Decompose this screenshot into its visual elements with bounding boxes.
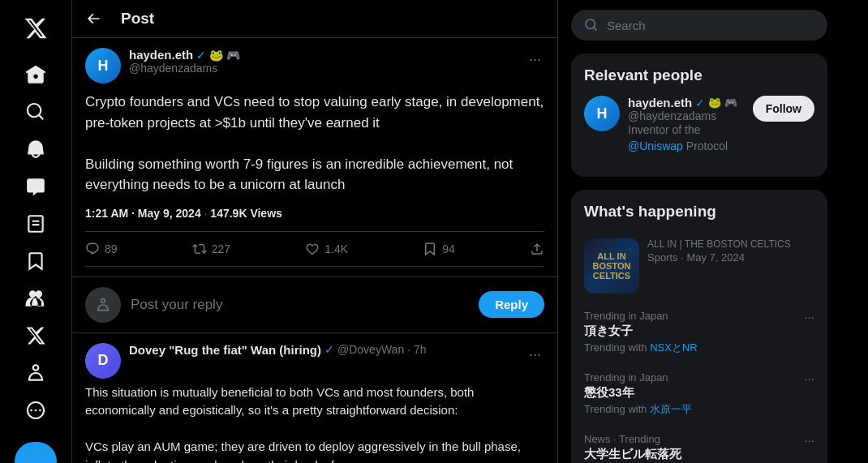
trending-menu-1[interactable]: ···	[804, 310, 814, 324]
tweet-views: 147.9K Views	[210, 207, 281, 220]
lists-icon	[25, 213, 46, 234]
whats-happening-title: What's happening	[584, 203, 814, 221]
relevant-person-avatar[interactable]: H	[584, 96, 620, 131]
reply-box: Reply	[72, 277, 557, 333]
tweet-meta: 1:21 AM · May 9, 2024 · 147.9K Views	[85, 207, 544, 220]
retweet-count: 227	[212, 242, 230, 255]
author-emoji: 🐸 🎮	[209, 49, 240, 62]
author-avatar[interactable]: H	[85, 48, 121, 84]
trending-info-3: News · Trending 大学生ビル転落死 Trending with 大…	[584, 433, 804, 463]
tweet-options-menu[interactable]: ···	[526, 48, 544, 71]
sidebar-item-more[interactable]: More	[0, 392, 71, 429]
reply-avatar-1[interactable]: D	[85, 343, 121, 379]
author-handle: @haydenzadams	[129, 62, 518, 75]
trending-top-1: Trending in Japan	[584, 310, 804, 322]
trending-info-2: Trending in Japan 懲役33年 Trending with 水原…	[584, 371, 804, 417]
tweet-timestamp: 1:21 AM · May 9, 2024	[85, 207, 201, 220]
share-action[interactable]	[530, 242, 544, 256]
post-button[interactable]: +	[15, 442, 57, 463]
notifications-icon	[25, 139, 46, 160]
sidebar-item-bookmarks[interactable]: Bookmarks	[0, 242, 71, 280]
trending-featured-info: ALL IN | THE BOSTON CELTICS Sports · May…	[647, 238, 814, 264]
reply-action[interactable]: 89	[85, 242, 118, 256]
verified-badge: ✓	[196, 49, 206, 62]
sidebar-item-explore[interactable]: Explore	[0, 93, 71, 131]
relevant-person-emoji: 🐸 🎮	[708, 96, 737, 109]
reply-input[interactable]	[131, 297, 469, 313]
reply-submit-button[interactable]: Reply	[479, 291, 544, 318]
trending-featured-image: ALL INBOSTONCELTICS	[584, 238, 639, 294]
tweet-actions: 89 227 1.4K 94	[85, 231, 544, 267]
retweet-action[interactable]: 227	[192, 242, 230, 256]
post-page-title: Post	[121, 10, 154, 28]
profile-icon	[25, 362, 46, 384]
bookmark-count: 94	[442, 242, 455, 255]
search-bar[interactable]	[571, 10, 827, 41]
relevant-people-section: Relevant people H hayden.eth ✓ 🐸 🎮 @hayd…	[571, 54, 827, 177]
sidebar-item-notifications[interactable]: Notifications	[0, 131, 71, 168]
sidebar-item-lists[interactable]: Lists	[0, 205, 71, 242]
communities-icon	[25, 288, 46, 309]
search-input[interactable]	[607, 19, 814, 32]
relevant-person-verified: ✓	[695, 96, 705, 109]
trending-title-3: 大学生ビル転落死	[584, 447, 804, 462]
trending-item-1[interactable]: Trending in Japan 頂き女子 Trending with NSX…	[584, 302, 814, 363]
trending-featured[interactable]: ALL INBOSTONCELTICS ALL IN | THE BOSTON …	[584, 230, 814, 302]
main-header: Post	[72, 0, 557, 38]
trending-sub-1: Trending with NSXとNR	[584, 341, 804, 355]
sidebar-item-home[interactable]: Home	[0, 56, 71, 93]
main-content: Post H hayden.eth ✓ 🐸 🎮 @haydenzadams ··…	[71, 0, 558, 463]
search-icon	[584, 18, 599, 32]
relevant-person-handle: @haydenzadams	[628, 109, 745, 122]
relevant-person-bio: Inventor of the @Uniswap Protocol	[628, 122, 745, 154]
allin-bg: ALL INBOSTONCELTICS	[584, 238, 639, 294]
sidebar-item-messages[interactable]: Messages	[0, 168, 71, 205]
back-button[interactable]	[85, 11, 101, 27]
trending-menu-2[interactable]: ···	[804, 371, 814, 385]
messages-icon	[25, 176, 46, 197]
like-count: 1.4K	[324, 242, 348, 255]
reply-body-1: This situation is mutually beneficial to…	[85, 384, 544, 464]
reply-author-name-1: Dovey "Rug the fiat" Wan (hiring)	[129, 343, 321, 357]
relevant-person: H hayden.eth ✓ 🐸 🎮 @haydenzadams Invento…	[584, 96, 814, 154]
reply-verified-1: ✓	[324, 343, 334, 356]
author-info: hayden.eth ✓ 🐸 🎮 @haydenzadams	[129, 48, 518, 75]
whats-happening-section: What's happening ALL INBOSTONCELTICS ALL…	[571, 190, 827, 463]
x-logo[interactable]	[14, 6, 58, 53]
bookmark-action[interactable]: 94	[423, 242, 455, 256]
sidebar-item-premium[interactable]: Premium	[0, 317, 71, 354]
trending-title-2: 懲役33年	[584, 385, 804, 401]
uniswap-link[interactable]: @Uniswap	[628, 139, 683, 152]
follow-button[interactable]: Follow	[753, 96, 814, 122]
relevant-person-name: hayden.eth	[628, 96, 692, 109]
trending-item-2[interactable]: Trending in Japan 懲役33年 Trending with 水原…	[584, 363, 814, 425]
home-icon	[25, 64, 46, 85]
trending-item-3[interactable]: News · Trending 大学生ビル転落死 Trending with 大…	[584, 425, 814, 463]
trending-menu-3[interactable]: ···	[804, 433, 814, 447]
sidebar-item-profile[interactable]: Profile	[0, 354, 71, 392]
more-icon	[25, 400, 46, 421]
like-action[interactable]: 1.4K	[305, 242, 348, 256]
tweet-body: Crypto founders and VCs need to stop val…	[85, 92, 544, 195]
premium-icon	[25, 325, 46, 346]
sidebar-item-communities[interactable]: Communities	[0, 280, 71, 317]
trending-top-2: Trending in Japan	[584, 371, 804, 384]
tweet-author-row: H hayden.eth ✓ 🐸 🎮 @haydenzadams ···	[85, 48, 544, 84]
reply-menu-1[interactable]: ···	[526, 343, 544, 367]
right-sidebar: Relevant people H hayden.eth ✓ 🐸 🎮 @hayd…	[558, 0, 840, 463]
main-tweet: H hayden.eth ✓ 🐸 🎮 @haydenzadams ··· Cry…	[72, 38, 557, 277]
bookmarks-icon	[25, 251, 46, 272]
author-name: hayden.eth	[129, 48, 193, 62]
trending-title-1: 頂き女子	[584, 324, 804, 339]
trending-featured-sub: Sports · May 7, 2024	[647, 251, 814, 264]
relevant-people-title: Relevant people	[584, 66, 814, 84]
reply-author-info-1: Dovey "Rug the fiat" Wan (hiring) ✓ @Dov…	[129, 343, 518, 357]
reply-handle-1: @DoveyWan	[337, 343, 404, 356]
reply-tweet-1: D Dovey "Rug the fiat" Wan (hiring) ✓ @D…	[72, 333, 557, 464]
reply-author-row-1: D Dovey "Rug the fiat" Wan (hiring) ✓ @D…	[85, 343, 544, 379]
current-user-avatar	[85, 287, 121, 323]
trending-featured-category: ALL IN | THE BOSTON CELTICS	[647, 238, 814, 250]
left-sidebar: Home Explore Notifications Messages List…	[0, 0, 71, 463]
reply-time-1: · 7h	[407, 343, 426, 356]
trending-top-3: News · Trending	[584, 433, 804, 445]
